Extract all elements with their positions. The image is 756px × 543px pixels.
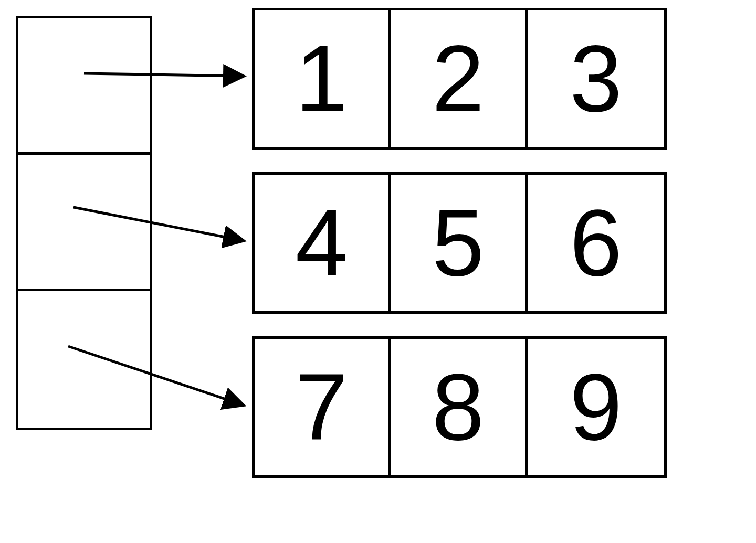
left-pointer-stack [16, 16, 152, 430]
diagram-container: 1 2 3 4 5 6 7 8 9 [0, 0, 756, 543]
pointer-cell-2 [18, 291, 150, 428]
data-cell: 9 [528, 339, 664, 475]
data-cell: 5 [391, 175, 528, 311]
data-cell: 6 [528, 175, 664, 311]
pointer-cell-0 [18, 18, 150, 155]
data-row-1: 4 5 6 [252, 172, 667, 314]
data-cell: 4 [255, 175, 391, 311]
data-cell: 7 [255, 339, 391, 475]
data-cell: 1 [255, 10, 391, 147]
data-row-0: 1 2 3 [252, 8, 667, 150]
data-cell: 3 [528, 10, 664, 147]
data-cell: 8 [391, 339, 528, 475]
pointer-cell-1 [18, 155, 150, 291]
data-cell: 2 [391, 10, 528, 147]
data-row-2: 7 8 9 [252, 336, 667, 478]
